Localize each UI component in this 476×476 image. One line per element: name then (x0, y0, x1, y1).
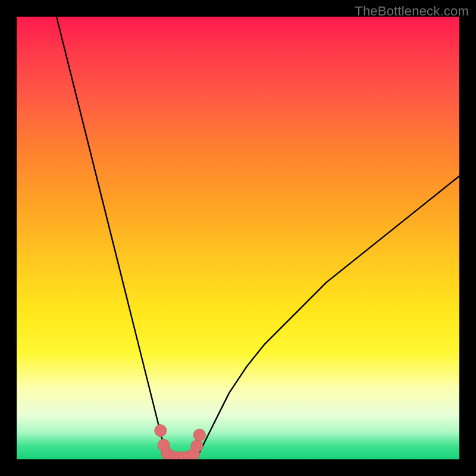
watermark-text: TheBottleneck.com (355, 4, 469, 19)
highlight-marker (191, 440, 203, 452)
highlight-marker (155, 425, 167, 437)
highlight-markers (155, 425, 205, 459)
highlight-marker (193, 429, 205, 441)
bottleneck-curve (57, 17, 459, 459)
chart-plot-area (17, 17, 459, 459)
chart-svg (17, 17, 459, 459)
chart-frame: TheBottleneck.com (0, 0, 476, 476)
